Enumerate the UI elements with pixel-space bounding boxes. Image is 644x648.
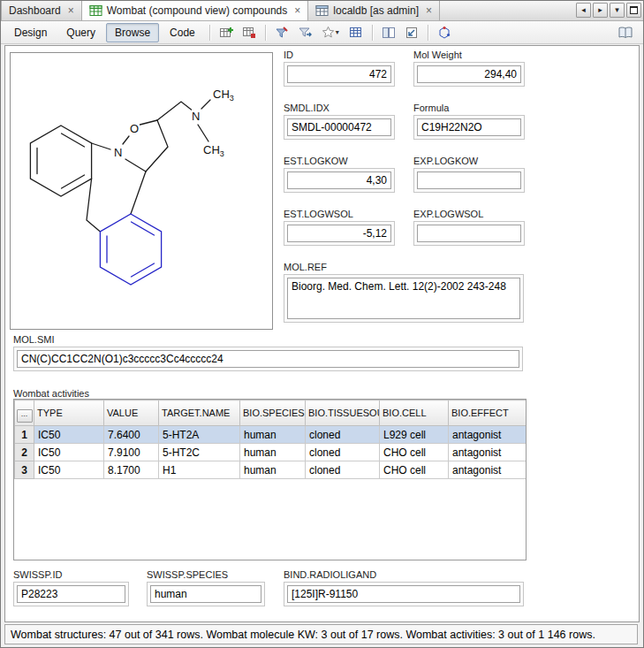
est-logkow-input[interactable]: 4,30 <box>287 172 391 189</box>
est-logwsol-input[interactable]: -5,12 <box>287 225 391 242</box>
cell[interactable]: cloned <box>306 426 380 444</box>
tab-dashboard[interactable]: Dashboard × <box>1 1 82 20</box>
activities-section-label: Wombat activities <box>13 388 89 399</box>
field-id: ID 472 <box>284 50 395 87</box>
tab-list-dropdown-button[interactable]: ▾ <box>610 3 625 18</box>
cell[interactable]: 7.6400 <box>104 426 159 444</box>
cell[interactable]: 5-HT2C <box>159 444 240 461</box>
row-number[interactable]: 3 <box>15 461 34 479</box>
maximize-button[interactable] <box>626 3 641 18</box>
field-label: Formula <box>413 103 525 113</box>
documentation-button[interactable] <box>615 23 636 42</box>
code-button[interactable]: Code <box>161 23 204 42</box>
filter-edit-icon <box>275 26 289 40</box>
design-button[interactable]: Design <box>5 23 56 42</box>
browse-button[interactable]: Browse <box>106 23 159 42</box>
field-label: EXP.LOGKOW <box>413 156 525 166</box>
field-swissp-species: SWISSP.SPECIES human <box>147 569 265 606</box>
mol-ref-input[interactable]: Bioorg. Med. Chem. Lett. 12(2)-2002 243-… <box>287 278 520 319</box>
toolbar-separator <box>209 25 210 41</box>
cell[interactable]: human <box>240 426 306 444</box>
field-label: MOL.SMI <box>13 334 523 345</box>
field-label: EST.LOGKOW <box>284 156 395 166</box>
exp-logwsol-input[interactable] <box>417 225 521 242</box>
cell[interactable]: antagonist <box>449 426 527 444</box>
field-mol-ref: MOL.REF Bioorg. Med. Chem. Lett. 12(2)-2… <box>284 262 524 323</box>
field-label: SWISSP.SPECIES <box>147 569 265 580</box>
cell[interactable]: IC50 <box>34 444 104 461</box>
table-row[interactable]: 2 IC50 7.9100 5-HT2C human cloned CHO ce… <box>15 444 527 461</box>
id-input[interactable]: 472 <box>287 65 391 83</box>
grid-plus-icon <box>219 26 233 40</box>
formula-input[interactable]: C19H22N2O <box>417 118 521 136</box>
structure-viewer[interactable]: N O N CH3 CH3 <box>10 52 273 330</box>
field-label: Mol Weight <box>413 50 525 60</box>
cell[interactable]: antagonist <box>449 461 527 479</box>
cell[interactable]: CHO cell <box>380 461 449 479</box>
manage-views-button[interactable] <box>239 23 260 42</box>
lists-menu-button[interactable]: ▾ <box>317 23 344 42</box>
cell[interactable]: cloned <box>306 444 380 461</box>
cell[interactable]: IC50 <box>34 461 104 479</box>
show-grid-button[interactable] <box>345 23 367 42</box>
cell[interactable]: human <box>240 461 306 479</box>
popout-arrow-icon <box>405 26 419 40</box>
cell[interactable]: L929 cell <box>380 426 449 444</box>
edit-query-button[interactable] <box>271 23 292 42</box>
popout-view-button[interactable] <box>401 23 422 42</box>
column-header-value[interactable]: VALUE <box>104 400 159 426</box>
activities-table: ... TYPE VALUE TARGET.NAME BIO.SPECIES B… <box>14 400 527 479</box>
cell[interactable]: IC50 <box>34 426 104 444</box>
mol-weight-input[interactable]: 294,40 <box>417 65 521 83</box>
cell[interactable]: 5-HT2A <box>159 426 240 444</box>
scroll-tabs-left-button[interactable]: ◂ <box>576 3 591 18</box>
run-query-button[interactable] <box>294 23 315 42</box>
tab-label: Dashboard <box>9 4 61 17</box>
field-est-logkow: EST.LOGKOW 4,30 <box>284 156 395 193</box>
cell[interactable]: human <box>240 444 306 461</box>
row-number[interactable]: 1 <box>15 426 34 444</box>
split-panes-icon <box>382 26 396 40</box>
database-icon <box>315 4 329 17</box>
methyl-top-label: CH3 <box>213 88 234 103</box>
cell[interactable]: H1 <box>159 461 240 479</box>
mol-smi-input[interactable]: CN(C)CC1CC2N(O1)c3ccccc3Cc4ccccc24 <box>17 350 519 368</box>
cell[interactable]: cloned <box>306 461 380 479</box>
smdl-idx-input[interactable]: SMDL-00000472 <box>287 118 391 136</box>
cell[interactable]: antagonist <box>449 444 527 461</box>
row-number[interactable]: 2 <box>15 444 34 461</box>
query-button[interactable]: Query <box>57 23 104 42</box>
status-text: Wombat structures: 47 out of 341 rows. W… <box>11 629 595 641</box>
column-header-bio-cell[interactable]: BIO.CELL <box>380 400 449 426</box>
close-icon[interactable]: × <box>294 6 300 15</box>
split-view-button[interactable] <box>378 23 399 42</box>
exp-logkow-input[interactable] <box>417 172 521 189</box>
close-icon[interactable]: × <box>426 6 432 15</box>
book-icon <box>617 26 633 40</box>
table-properties-button[interactable]: ... <box>17 409 33 423</box>
tab-wombat-compounds[interactable]: Wombat (compound view) compounds × <box>82 1 309 20</box>
column-header-bio-effect[interactable]: BIO.EFFECT <box>449 400 527 426</box>
column-header-bio-tissuesou[interactable]: BIO.TISSUESOU <box>306 400 380 426</box>
close-icon[interactable]: × <box>68 6 74 15</box>
cell[interactable]: 7.9100 <box>104 444 159 461</box>
bind-radioligand-input[interactable]: [125I]R-91150 <box>287 585 520 603</box>
column-header-bio-species[interactable]: BIO.SPECIES <box>240 400 306 426</box>
cell[interactable]: 8.1700 <box>104 461 159 479</box>
cell[interactable]: CHO cell <box>380 444 449 461</box>
swissp-species-input[interactable]: human <box>150 585 261 603</box>
new-grid-view-button[interactable] <box>216 23 237 42</box>
application-window: Dashboard × Wombat (compound view) compo… <box>0 0 644 648</box>
tab-bar: Dashboard × Wombat (compound view) compo… <box>1 1 643 21</box>
field-swissp-id: SWISSP.ID P28223 <box>13 569 129 606</box>
structure-tools-button[interactable] <box>434 23 455 42</box>
grid-icon <box>349 26 363 40</box>
tab-localdb[interactable]: localdb [as admin] × <box>308 1 440 20</box>
scroll-tabs-right-button[interactable]: ▸ <box>593 3 608 18</box>
table-row[interactable]: 1 IC50 7.6400 5-HT2A human cloned L929 c… <box>15 426 527 444</box>
column-header-type[interactable]: TYPE <box>34 400 104 426</box>
column-header-target-name[interactable]: TARGET.NAME <box>159 400 240 426</box>
swissp-id-input[interactable]: P28223 <box>17 585 125 603</box>
field-exp-logwsol: EXP.LOGWSOL <box>413 209 525 246</box>
table-row[interactable]: 3 IC50 8.1700 H1 human cloned CHO cell a… <box>15 461 527 479</box>
